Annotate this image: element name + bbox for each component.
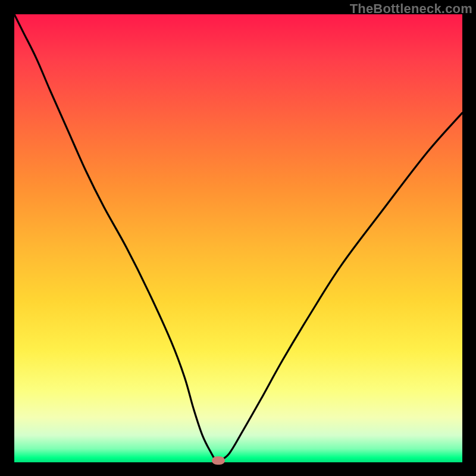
plot-area <box>14 14 462 462</box>
minimum-marker <box>212 456 225 465</box>
outer-frame: TheBottleneck.com <box>0 0 476 476</box>
bottleneck-curve <box>14 14 462 462</box>
